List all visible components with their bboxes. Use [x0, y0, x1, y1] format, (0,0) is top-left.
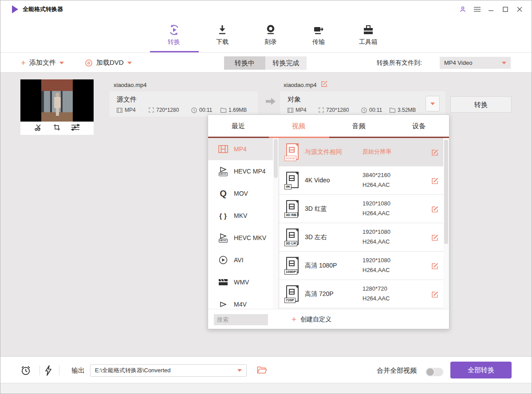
video-frame-art — [41, 79, 73, 122]
effects-icon[interactable] — [71, 124, 80, 133]
disc-icon — [85, 59, 93, 67]
edit-preset-icon[interactable] — [431, 291, 439, 300]
panel-tab-device[interactable]: 设备 — [389, 115, 449, 137]
target-format-dropdown-button[interactable] — [426, 96, 440, 111]
edit-preset-icon[interactable] — [431, 149, 439, 158]
merge-videos-label: 合并全部视频 — [377, 366, 417, 375]
convert-state-tabs: 转换中 转换完成 — [224, 56, 307, 70]
close-button[interactable] — [516, 5, 524, 13]
crop-icon[interactable] — [53, 124, 60, 133]
format-item-wmv[interactable]: WMV — [208, 271, 273, 293]
download-icon — [198, 23, 247, 36]
file-size-icon — [390, 108, 395, 113]
format-list-scrollbar[interactable] — [273, 138, 279, 309]
preset-list-scrollbar[interactable] — [443, 138, 449, 309]
preset-720p[interactable]: 720P 高清 720P 1280*720 H264,AAC — [279, 280, 449, 308]
source-size: 1.69MB — [229, 107, 247, 113]
load-dvd-button[interactable]: 加载DVD — [85, 53, 132, 73]
source-format: MP4 — [125, 107, 136, 113]
clapperboard-icon — [218, 277, 229, 288]
preset-doc-icon: 4K — [286, 172, 299, 188]
resolution-icon — [149, 107, 154, 113]
chevron-down-icon — [59, 62, 64, 64]
nav-tab-label: 下载 — [198, 38, 247, 46]
hevc-play-icon: HEVC — [218, 232, 229, 243]
target-format: MP4 — [296, 107, 307, 113]
plus-icon: + — [292, 315, 296, 323]
preset-3d-lr[interactable]: 3D LR 3D 左右 1920*1080 H264,AAC — [279, 223, 449, 252]
format-item-mov[interactable]: Q MOV — [208, 182, 273, 205]
nav-tab-convert[interactable]: 转换 — [150, 23, 198, 46]
preset-doc-icon: 720P — [286, 285, 299, 302]
open-folder-icon[interactable] — [257, 366, 267, 376]
panel-footer: + 创建自定义 — [208, 309, 449, 330]
panel-tab-audio[interactable]: 音频 — [329, 115, 389, 137]
add-files-button[interactable]: + 添加文件 — [21, 53, 64, 73]
edit-preset-icon[interactable] — [431, 177, 439, 186]
format-item-hevc-mkv[interactable]: HEVC HEVC MKV — [208, 227, 273, 249]
merge-videos-toggle[interactable] — [426, 368, 443, 376]
rename-icon[interactable] — [321, 80, 328, 89]
nav-tab-download[interactable]: 下载 — [198, 23, 247, 46]
convert-row-button[interactable]: 转换 — [450, 96, 512, 113]
nav-tab-toolbox[interactable]: 工具箱 — [344, 23, 393, 46]
source-resolution: 720*1280 — [156, 107, 179, 113]
menu-icon[interactable] — [473, 5, 481, 13]
output-path-value: E:\全能格式转换器\Converted — [95, 366, 171, 374]
nav-tab-burn[interactable]: 刻录 — [246, 23, 295, 46]
preset-4k[interactable]: 4K 4K Video 3840*2160 H264,AAC — [279, 166, 449, 195]
video-thumbnail — [20, 79, 94, 122]
app-logo-icon — [12, 5, 18, 13]
source-preset-icon: source — [286, 143, 299, 160]
convert-all-button[interactable]: 全部转换 — [450, 362, 512, 378]
tab-converting[interactable]: 转换中 — [224, 56, 265, 70]
film-icon — [288, 108, 293, 113]
edit-preset-icon[interactable] — [431, 205, 439, 215]
video-thumbnail-block — [20, 79, 94, 135]
nav-tab-label: 传输 — [294, 38, 343, 46]
chevron-down-icon — [237, 369, 242, 372]
format-item-hevc-mp4[interactable]: HEVC HEVC MP4 — [208, 160, 273, 182]
play-circle-icon — [218, 255, 229, 265]
format-item-m4v[interactable]: M4V — [208, 293, 273, 309]
load-dvd-label: 加载DVD — [96, 59, 124, 67]
panel-tab-recent[interactable]: 最近 — [208, 115, 268, 137]
preset-same-as-source[interactable]: source 与源文件相同 原始分辨率 — [279, 138, 449, 166]
create-custom-label: 创建自定义 — [300, 315, 331, 323]
convert-icon — [150, 23, 198, 36]
duration-icon — [191, 107, 197, 113]
target-info-box: 对象 MP4 720*1280 — [280, 91, 445, 117]
chevron-down-icon — [430, 102, 435, 105]
preset-3d-rb[interactable]: 3D RB 3D 红蓝 1920*1080 H264,AAC — [279, 195, 449, 223]
format-item-mp4[interactable]: MP4 — [208, 138, 273, 160]
output-format-select[interactable]: MP4 Video — [440, 57, 511, 69]
trim-icon[interactable] — [35, 124, 43, 133]
add-files-label: 添加文件 — [29, 59, 56, 67]
format-label: AVI — [234, 256, 244, 264]
duration-icon — [361, 107, 367, 113]
format-item-avi[interactable]: AVI — [208, 249, 273, 271]
schedule-icon[interactable] — [20, 365, 32, 378]
maximize-button[interactable] — [501, 5, 509, 13]
format-label: WMV — [234, 279, 249, 286]
output-path-select[interactable]: E:\全能格式转换器\Converted — [90, 364, 247, 377]
edit-preset-icon[interactable] — [431, 262, 439, 272]
container-format-list: MP4 HEVC HEVC MP4 Q MOV { } — [208, 138, 273, 309]
high-speed-icon[interactable] — [45, 365, 52, 378]
search-input[interactable] — [214, 314, 268, 325]
format-item-mkv[interactable]: { } MKV — [208, 205, 273, 227]
create-custom-button[interactable]: + 创建自定义 — [292, 315, 331, 323]
preset-1080p[interactable]: 1080P 高清 1080P 1920*1080 H264,AAC — [279, 252, 449, 280]
panel-tab-video[interactable]: 视频 — [268, 115, 329, 137]
tab-converted[interactable]: 转换完成 — [265, 56, 307, 70]
format-label: M4V — [234, 301, 247, 308]
bottom-bar: 输出 E:\全能格式转换器\Converted 合并全部视频 全部转换 — [0, 356, 532, 383]
format-picker-panel: 最近 视频 音频 设备 MP4 — [208, 114, 449, 329]
format-label: MP4 — [234, 146, 247, 153]
account-icon[interactable] — [459, 5, 467, 13]
target-size: 3.52MB — [398, 107, 416, 113]
titlebar: 全能格式转换器 — [0, 0, 532, 18]
nav-tab-transfer[interactable]: 传输 — [294, 23, 343, 46]
minimize-button[interactable] — [487, 5, 495, 13]
edit-preset-icon[interactable] — [431, 234, 439, 243]
